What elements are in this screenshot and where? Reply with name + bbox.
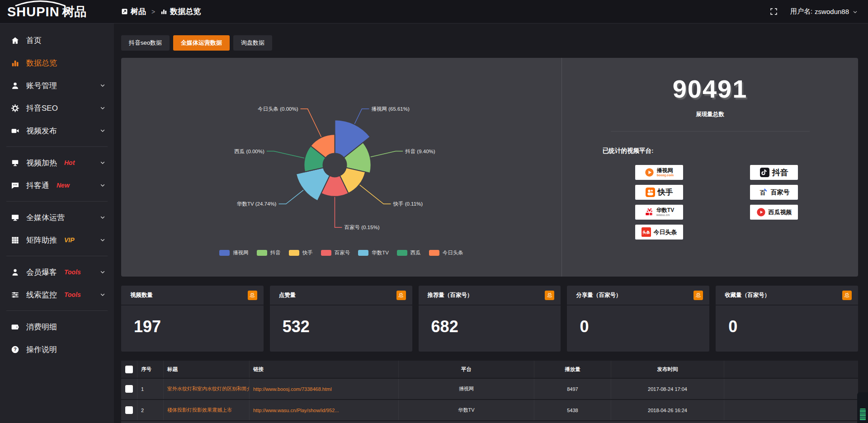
legend-item-boosj[interactable]: 播视网 [219, 249, 249, 256]
stat-card-value: 197 [121, 306, 264, 336]
person-icon [11, 268, 19, 277]
tab-inquiry-data[interactable]: 询盘数据 [233, 35, 272, 51]
sidebar-item-label: 会员爆客 [26, 267, 57, 277]
sidebar-item-home[interactable]: 首页 [0, 29, 114, 52]
legend-item-kuaishou[interactable]: 快手 [289, 249, 313, 256]
stat-card-recommend-count: 推荐量（百家号）总682 [419, 286, 561, 352]
sidebar-item-video-publish[interactable]: 视频发布 [0, 119, 114, 142]
video-url-link[interactable]: http://www.boosj.com/7338468.html [250, 379, 399, 399]
user-menu[interactable]: 用户名: zswodun88 [790, 7, 858, 16]
platform-distribution-chart: 播视网 (65.61%)抖音 (9.40%)快手 (0.11%)百家号 (0.1… [121, 58, 561, 277]
floating-widget[interactable] [857, 392, 868, 423]
tab-douyin-seo-data[interactable]: 抖音seo数据 [121, 35, 170, 51]
legend-item-xigua[interactable]: 西瓜 [397, 249, 421, 256]
logo-arc [14, 0, 67, 6]
pie-label-line-toutiao [301, 109, 321, 137]
pie-label-line-kuaishou [360, 185, 391, 204]
stat-card-share-count: 分享量（百家号）总0 [567, 286, 709, 352]
row-plays: 5438 [534, 400, 611, 420]
legend-swatch [289, 250, 299, 256]
sidebar-item-operation-guide[interactable]: ?操作说明 [0, 338, 114, 361]
video-title-link[interactable]: 室外水纹灯和室内水纹灯的区别和简介 [164, 379, 250, 399]
pie-label-line-boosj [354, 109, 369, 124]
stat-card-favorite-count: 收藏量（百家号）总0 [716, 286, 858, 352]
home-icon [11, 36, 19, 45]
breadcrumb-current-label: 数据总览 [170, 6, 201, 17]
fullscreen-icon[interactable] [770, 8, 778, 15]
sidebar-item-consumption-detail[interactable]: 消费明细 [0, 315, 114, 338]
total-badge: 总 [248, 291, 257, 300]
pie-label-line-douyin [371, 151, 403, 157]
pie-label-line-wasu [278, 190, 303, 204]
sidebar-item-data-overview[interactable]: 数据总览 [0, 52, 114, 74]
legend-item-toutiao[interactable]: 今日头条 [429, 249, 463, 256]
chevron-down-icon [99, 127, 106, 134]
video-title-link[interactable]: 楼体投影灯投影效果震撼上市 [164, 400, 250, 420]
total-badge: 总 [693, 291, 703, 300]
app-logo: SHUPIN 树品 [0, 0, 114, 24]
platform-logo-xigua: 西瓜视频 [750, 205, 798, 220]
header-published: 发布时间 [611, 361, 724, 378]
select-all-checkbox[interactable] [125, 366, 133, 373]
breadcrumb-root[interactable]: 树品 [121, 6, 146, 17]
stat-card-title: 推荐量（百家号） [428, 291, 473, 299]
breadcrumb-current[interactable]: 数据总览 [160, 6, 201, 17]
total-badge: 总 [842, 291, 852, 300]
video-url-link[interactable]: http://www.wasu.cn/Play/show/id/952... [250, 400, 399, 420]
monitor-icon [11, 213, 19, 222]
stat-card-like-count: 点赞量总532 [270, 286, 412, 352]
legend-item-douyin[interactable]: 抖音 [257, 249, 281, 256]
videos-table: 序号标题链接平台播放量发布时间1室外水纹灯和室内水纹灯的区别和简介http://… [121, 361, 858, 423]
pie-slice-wasu[interactable] [296, 168, 330, 201]
sidebar-badge-tools: Tools [64, 268, 81, 276]
legend-swatch [257, 250, 267, 256]
platform-name: 播视网 [657, 168, 674, 174]
stat-card-title: 视频数量 [130, 291, 153, 299]
chevron-down-icon [99, 105, 106, 111]
row-index: 2 [137, 400, 164, 420]
topbar-right: 用户名: zswodun88 [770, 7, 868, 16]
boosj-logo-icon [645, 168, 654, 177]
stat-card-title: 收藏量（百家号） [725, 291, 770, 299]
sidebar-badge-hot: Hot [64, 159, 75, 166]
table-row-partial [121, 421, 858, 423]
platform-name: 华数TV [656, 207, 674, 213]
platform-logo-boosj: 播视网boosj.com [635, 165, 683, 180]
sidebar-item-clue-monitor[interactable]: 线索监控Tools [0, 283, 114, 306]
table-row: 1室外水纹灯和室内水纹灯的区别和简介http://www.boosj.com/7… [121, 379, 858, 399]
svg-text:?: ? [14, 347, 17, 352]
rose-pie-chart: 播视网 (65.61%)抖音 (9.40%)快手 (0.11%)百家号 (0.1… [121, 60, 561, 245]
pie-label-boosj: 播视网 (65.61%) [371, 106, 410, 112]
douyin-logo-icon [760, 168, 769, 177]
sidebar-item-label: 抖音SEO [26, 103, 58, 113]
sidebar-divider [6, 256, 108, 256]
platform-logo-baijiahao: 百百家号 [750, 185, 798, 200]
stat-card-header: 分享量（百家号）总 [567, 286, 709, 306]
tab-media-operation-data[interactable]: 全媒体运营数据 [173, 35, 230, 51]
header-link: 链接 [250, 361, 399, 378]
chat-icon [11, 181, 19, 190]
row-checkbox[interactable] [125, 385, 133, 393]
platform-name: 今日头条 [654, 228, 677, 236]
user-icon [11, 81, 19, 90]
sidebar-item-account-management[interactable]: 账号管理 [0, 74, 114, 97]
sidebar-item-douketong[interactable]: 抖客通New [0, 174, 114, 197]
sidebar-item-douyin-seo[interactable]: 抖音SEO [0, 97, 114, 119]
legend-label: 快手 [302, 249, 313, 256]
sidebar-item-matrix-boost[interactable]: 矩阵助推VIP [0, 229, 114, 251]
legend-item-wasu[interactable]: 华数TV [358, 249, 389, 256]
legend-item-baijiahao[interactable]: 百家号 [321, 249, 350, 256]
row-checkbox[interactable] [125, 406, 133, 414]
stat-card-header: 点赞量总 [270, 286, 412, 306]
sidebar-item-member-baoke[interactable]: 会员爆客Tools [0, 261, 114, 283]
row-platform: 华数TV [399, 400, 534, 420]
pie-label-line-xigua [267, 151, 304, 158]
svg-text:头条: 头条 [642, 230, 650, 235]
total-impressions-label: 展现量总数 [562, 111, 858, 118]
sidebar-badge-tools: Tools [64, 291, 81, 298]
sidebar-item-video-heat[interactable]: 视频加热Hot [0, 151, 114, 174]
platform-logo-wasu: 华数TVwasu.cn [635, 205, 683, 220]
sidebar-item-label: 操作说明 [26, 344, 57, 355]
sidebar-item-media-operation[interactable]: 全媒体运营 [0, 206, 114, 229]
header-index: 序号 [137, 361, 164, 378]
